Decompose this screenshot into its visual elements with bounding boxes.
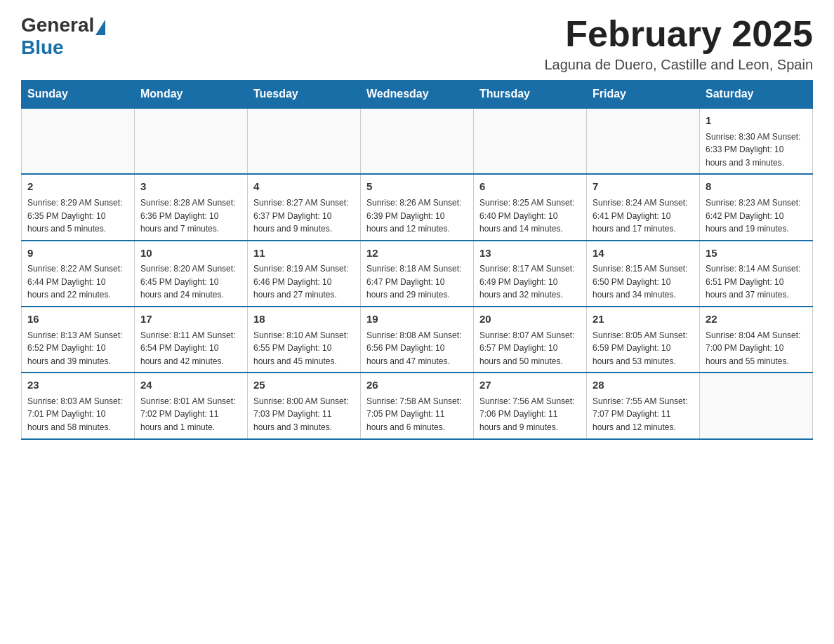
day-cell: 4Sunrise: 8:27 AM Sunset: 6:37 PM Daylig…: [248, 174, 361, 240]
day-cell: 27Sunrise: 7:56 AM Sunset: 7:06 PM Dayli…: [474, 373, 587, 438]
month-title: February 2025: [545, 14, 814, 54]
day-header-friday: Friday: [587, 81, 700, 109]
logo: General Blue: [21, 14, 107, 59]
day-cell: [700, 373, 813, 438]
week-row-2: 2Sunrise: 8:29 AM Sunset: 6:35 PM Daylig…: [22, 174, 813, 240]
day-cell: 21Sunrise: 8:05 AM Sunset: 6:59 PM Dayli…: [587, 307, 700, 373]
day-info: Sunrise: 8:11 AM Sunset: 6:54 PM Dayligh…: [140, 329, 241, 368]
day-cell: 22Sunrise: 8:04 AM Sunset: 7:00 PM Dayli…: [700, 307, 813, 373]
header: General Blue February 2025 Laguna de Due…: [21, 14, 813, 73]
day-number: 27: [479, 377, 581, 394]
day-info: Sunrise: 7:58 AM Sunset: 7:05 PM Dayligh…: [366, 395, 468, 434]
day-cell: [474, 108, 587, 174]
day-number: 12: [366, 246, 468, 262]
day-number: 24: [140, 377, 241, 394]
day-cell: 9Sunrise: 8:22 AM Sunset: 6:44 PM Daylig…: [22, 241, 135, 307]
week-row-1: 1Sunrise: 8:30 AM Sunset: 6:33 PM Daylig…: [22, 108, 813, 174]
day-info: Sunrise: 8:19 AM Sunset: 6:46 PM Dayligh…: [253, 262, 355, 302]
day-cell: 15Sunrise: 8:14 AM Sunset: 6:51 PM Dayli…: [700, 241, 813, 307]
day-number: 9: [27, 246, 128, 262]
day-info: Sunrise: 8:05 AM Sunset: 6:59 PM Dayligh…: [593, 329, 694, 368]
day-cell: [248, 108, 361, 174]
day-cell: 11Sunrise: 8:19 AM Sunset: 6:46 PM Dayli…: [248, 241, 361, 307]
day-info: Sunrise: 8:27 AM Sunset: 6:37 PM Dayligh…: [253, 196, 355, 236]
day-info: Sunrise: 8:23 AM Sunset: 6:42 PM Dayligh…: [706, 196, 807, 236]
day-number: 8: [706, 179, 807, 195]
day-info: Sunrise: 8:28 AM Sunset: 6:36 PM Dayligh…: [140, 196, 241, 236]
day-cell: 26Sunrise: 7:58 AM Sunset: 7:05 PM Dayli…: [361, 373, 474, 438]
day-header-monday: Monday: [135, 81, 248, 109]
day-info: Sunrise: 7:55 AM Sunset: 7:07 PM Dayligh…: [593, 395, 694, 434]
day-cell: 14Sunrise: 8:15 AM Sunset: 6:50 PM Dayli…: [587, 241, 700, 307]
logo-text: General: [21, 14, 107, 36]
day-number: 16: [27, 311, 128, 328]
day-info: Sunrise: 8:29 AM Sunset: 6:35 PM Dayligh…: [27, 196, 128, 236]
day-header-tuesday: Tuesday: [248, 81, 361, 109]
day-cell: 23Sunrise: 8:03 AM Sunset: 7:01 PM Dayli…: [22, 373, 135, 438]
day-info: Sunrise: 8:22 AM Sunset: 6:44 PM Dayligh…: [27, 262, 128, 302]
day-info: Sunrise: 8:03 AM Sunset: 7:01 PM Dayligh…: [27, 395, 128, 434]
day-number: 4: [253, 179, 355, 195]
day-info: Sunrise: 8:20 AM Sunset: 6:45 PM Dayligh…: [140, 262, 241, 302]
day-number: 17: [140, 311, 241, 328]
day-number: 10: [140, 246, 241, 262]
day-info: Sunrise: 8:15 AM Sunset: 6:50 PM Dayligh…: [593, 262, 694, 302]
week-row-4: 16Sunrise: 8:13 AM Sunset: 6:52 PM Dayli…: [22, 307, 813, 373]
day-cell: 7Sunrise: 8:24 AM Sunset: 6:41 PM Daylig…: [587, 174, 700, 240]
day-cell: 28Sunrise: 7:55 AM Sunset: 7:07 PM Dayli…: [587, 373, 700, 438]
day-cell: 20Sunrise: 8:07 AM Sunset: 6:57 PM Dayli…: [474, 307, 587, 373]
day-number: 15: [706, 246, 807, 262]
day-cell: 6Sunrise: 8:25 AM Sunset: 6:40 PM Daylig…: [474, 174, 587, 240]
day-header-thursday: Thursday: [474, 81, 587, 109]
day-info: Sunrise: 8:17 AM Sunset: 6:49 PM Dayligh…: [479, 262, 581, 302]
day-cell: [361, 108, 474, 174]
day-number: 18: [253, 311, 355, 328]
day-cell: 16Sunrise: 8:13 AM Sunset: 6:52 PM Dayli…: [22, 307, 135, 373]
day-cell: 5Sunrise: 8:26 AM Sunset: 6:39 PM Daylig…: [361, 174, 474, 240]
day-info: Sunrise: 8:04 AM Sunset: 7:00 PM Dayligh…: [706, 329, 807, 368]
day-number: 13: [479, 246, 581, 262]
day-cell: 13Sunrise: 8:17 AM Sunset: 6:49 PM Dayli…: [474, 241, 587, 307]
day-info: Sunrise: 8:14 AM Sunset: 6:51 PM Dayligh…: [706, 262, 807, 302]
day-info: Sunrise: 8:00 AM Sunset: 7:03 PM Dayligh…: [253, 395, 355, 434]
week-row-3: 9Sunrise: 8:22 AM Sunset: 6:44 PM Daylig…: [22, 241, 813, 307]
day-number: 19: [366, 311, 468, 328]
day-cell: 10Sunrise: 8:20 AM Sunset: 6:45 PM Dayli…: [135, 241, 248, 307]
day-cell: 2Sunrise: 8:29 AM Sunset: 6:35 PM Daylig…: [22, 174, 135, 240]
day-info: Sunrise: 8:30 AM Sunset: 6:33 PM Dayligh…: [706, 130, 807, 170]
title-area: February 2025 Laguna de Duero, Castille …: [545, 14, 814, 73]
day-number: 20: [479, 311, 581, 328]
day-number: 21: [593, 311, 694, 328]
day-cell: 19Sunrise: 8:08 AM Sunset: 6:56 PM Dayli…: [361, 307, 474, 373]
day-number: 7: [593, 179, 694, 195]
day-info: Sunrise: 8:07 AM Sunset: 6:57 PM Dayligh…: [479, 329, 581, 368]
day-cell: 12Sunrise: 8:18 AM Sunset: 6:47 PM Dayli…: [361, 241, 474, 307]
day-info: Sunrise: 8:08 AM Sunset: 6:56 PM Dayligh…: [366, 329, 468, 368]
day-cell: 17Sunrise: 8:11 AM Sunset: 6:54 PM Dayli…: [135, 307, 248, 373]
calendar-header-row: SundayMondayTuesdayWednesdayThursdayFrid…: [22, 81, 813, 109]
day-number: 23: [27, 377, 128, 394]
day-number: 28: [593, 377, 694, 394]
day-info: Sunrise: 8:13 AM Sunset: 6:52 PM Dayligh…: [27, 329, 128, 368]
day-info: Sunrise: 8:18 AM Sunset: 6:47 PM Dayligh…: [366, 262, 468, 302]
day-info: Sunrise: 8:25 AM Sunset: 6:40 PM Dayligh…: [479, 196, 581, 236]
day-number: 6: [479, 179, 581, 195]
day-info: Sunrise: 8:26 AM Sunset: 6:39 PM Dayligh…: [366, 196, 468, 236]
logo-general: General: [21, 14, 94, 36]
day-cell: [587, 108, 700, 174]
logo-blue-text: Blue: [21, 36, 64, 59]
logo-blue: Blue: [21, 36, 64, 58]
day-number: 1: [706, 113, 807, 129]
day-cell: [135, 108, 248, 174]
day-info: Sunrise: 8:10 AM Sunset: 6:55 PM Dayligh…: [253, 329, 355, 368]
day-info: Sunrise: 7:56 AM Sunset: 7:06 PM Dayligh…: [479, 395, 581, 434]
day-number: 14: [593, 246, 694, 262]
day-number: 5: [366, 179, 468, 195]
day-header-sunday: Sunday: [22, 81, 135, 109]
day-cell: 24Sunrise: 8:01 AM Sunset: 7:02 PM Dayli…: [135, 373, 248, 438]
day-number: 25: [253, 377, 355, 394]
calendar-table: SundayMondayTuesdayWednesdayThursdayFrid…: [21, 80, 813, 439]
day-cell: 8Sunrise: 8:23 AM Sunset: 6:42 PM Daylig…: [700, 174, 813, 240]
day-header-saturday: Saturday: [700, 81, 813, 109]
day-info: Sunrise: 8:01 AM Sunset: 7:02 PM Dayligh…: [140, 395, 241, 434]
